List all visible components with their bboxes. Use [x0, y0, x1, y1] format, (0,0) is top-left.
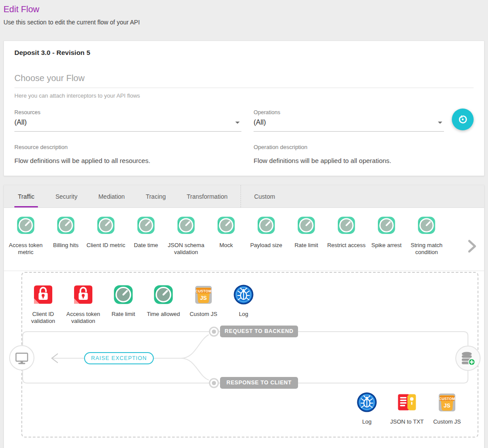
flow-item-client-id-validation[interactable]: Client ID validation: [23, 284, 63, 325]
gauge-green-icon: [113, 284, 134, 305]
raise-exception-label[interactable]: RAISE EXCEPTION: [84, 352, 154, 364]
api-revision-title: Deposit 3.0 - Revision 5: [14, 49, 474, 57]
interceptor-palette: Access token metric Billing hits Client …: [4, 208, 484, 271]
choose-flow-subtitle: Here you can attach interceptors to your…: [14, 92, 474, 99]
palette-item-mock[interactable]: Mock: [206, 216, 246, 271]
request-to-backend-label: REQUEST TO BACKEND: [220, 326, 298, 337]
palette-item-string-match-condition[interactable]: String match condition: [407, 216, 447, 271]
resources-value: (All): [14, 119, 27, 126]
request-lane-connector-dot: [210, 327, 218, 336]
caret-down-icon: [438, 122, 442, 124]
flow-item-log-response[interactable]: Log: [347, 392, 387, 425]
resource-description-text: Flow definitions will be applied to all …: [14, 157, 254, 164]
palette-item-billing-hits[interactable]: Billing hits: [46, 216, 86, 271]
gauge-teal-icon: [16, 216, 35, 235]
flow-diagram: Client ID validation Access token valida…: [4, 271, 484, 448]
lock-red-icon: [73, 284, 94, 305]
response-lane-connector-dot: [210, 379, 218, 387]
gauge-teal-icon: [136, 216, 156, 235]
page-subtitle: Use this section to edit the current flo…: [3, 19, 485, 26]
response-interceptors-row: Log JSON to TXT Custom JS: [347, 392, 467, 425]
palette-scroll-next-button[interactable]: [467, 239, 477, 255]
gauge-teal-icon: [56, 216, 75, 235]
flow-item-json-to-txt[interactable]: JSON to TXT: [387, 392, 427, 425]
operation-description-label: Operation description: [254, 144, 474, 150]
gauge-teal-icon: [176, 216, 196, 235]
tab-custom[interactable]: Custom: [244, 185, 285, 207]
resources-label: Resources: [14, 109, 241, 115]
palette-item-date-time[interactable]: Date time: [126, 216, 166, 271]
json-to-txt-icon: [396, 392, 417, 413]
backend-node[interactable]: [455, 346, 481, 371]
gauge-teal-icon: [217, 216, 236, 235]
caret-down-icon: [235, 122, 240, 124]
tab-transformation[interactable]: Transformation: [176, 185, 238, 207]
palette-item-json-schema-validation[interactable]: JSON schema validation: [166, 216, 206, 271]
operations-value: (All): [254, 119, 266, 126]
palette-item-restrict-access[interactable]: Restrict access: [326, 216, 366, 271]
palette-item-client-id-metric[interactable]: Client ID metric: [86, 216, 126, 271]
flow-item-custom-js-response[interactable]: Custom JS: [427, 392, 467, 425]
palette-item-payload-size[interactable]: Payload size: [246, 216, 286, 271]
palette-item-access-token-metric[interactable]: Access token metric: [6, 216, 46, 271]
flow-item-custom-js[interactable]: Custom JS: [183, 284, 224, 325]
custom-js-icon: [437, 392, 458, 413]
flow-drop-zone[interactable]: Client ID validation Access token valida…: [21, 272, 478, 438]
gauge-teal-icon: [257, 216, 276, 235]
response-to-client-label: RESPONSE TO CLIENT: [220, 377, 298, 389]
flow-item-log[interactable]: Log: [224, 284, 264, 325]
bug-log-icon: [356, 392, 377, 413]
resources-select[interactable]: Resources (All): [14, 109, 241, 132]
custom-js-icon: [193, 284, 214, 305]
database-add-icon: [458, 349, 478, 368]
page-title: Edit Flow: [3, 4, 485, 14]
gauge-teal-icon: [337, 216, 356, 235]
client-node: [9, 345, 34, 370]
gauge-teal-icon: [96, 216, 115, 235]
flow-item-time-allowed[interactable]: Time allowed: [143, 284, 183, 325]
api-flow-card: Deposit 3.0 - Revision 5 Choose your Flo…: [3, 41, 485, 176]
palette-item-spike-arrest[interactable]: Spike arrest: [366, 216, 407, 271]
interceptor-category-tabs: Traffic Security Mediation Tracing Trans…: [4, 185, 484, 208]
chevron-right-icon: [467, 239, 477, 253]
flow-item-access-token-validation[interactable]: Access token validation: [63, 284, 103, 325]
gauge-teal-icon: [297, 216, 316, 235]
tab-mediation[interactable]: Mediation: [88, 185, 136, 207]
interceptors-card: Traffic Security Mediation Tracing Trans…: [3, 185, 485, 448]
choose-flow-heading: Choose your Flow: [14, 73, 474, 88]
tab-divider: [241, 185, 241, 207]
operations-select[interactable]: Operations (All): [254, 109, 444, 132]
resource-description-label: Resource description: [14, 144, 254, 150]
history-refresh-icon: [457, 114, 468, 125]
operation-description-text: Flow definitions will be applied to all …: [254, 157, 474, 164]
tab-security[interactable]: Security: [45, 185, 88, 207]
operations-label: Operations: [254, 109, 444, 115]
gauge-teal-icon: [417, 216, 436, 235]
tab-traffic[interactable]: Traffic: [7, 185, 45, 207]
reload-flow-button[interactable]: [452, 109, 474, 130]
lock-red-icon: [33, 284, 54, 305]
bug-log-icon: [233, 284, 254, 305]
tab-tracing[interactable]: Tracing: [135, 185, 176, 207]
gauge-green-icon: [153, 284, 174, 305]
monitor-icon: [12, 348, 31, 367]
flow-item-rate-limit[interactable]: Rate limit: [103, 284, 143, 325]
palette-item-rate-limit[interactable]: Rate limit: [286, 216, 326, 271]
request-interceptors-row: Client ID validation Access token valida…: [23, 284, 264, 325]
gauge-teal-icon: [377, 216, 396, 235]
